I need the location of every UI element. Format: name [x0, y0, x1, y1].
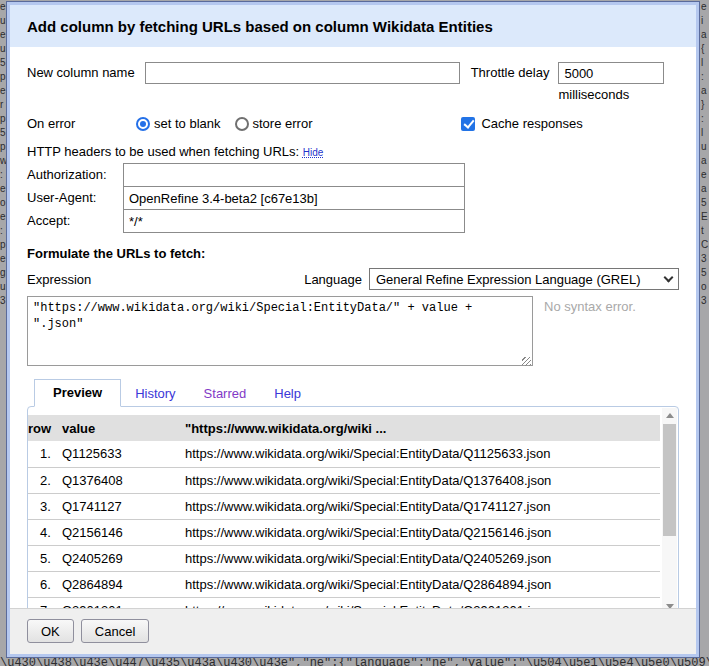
- authorization-label: Authorization:: [27, 167, 123, 182]
- tab-history[interactable]: History: [121, 381, 189, 406]
- authorization-row: Authorization:: [27, 163, 679, 186]
- cache-responses-group: Cache responses: [461, 116, 582, 131]
- hide-link[interactable]: Hide: [303, 147, 324, 158]
- scroll-down-icon[interactable]: [662, 599, 677, 608]
- backdrop-left-strip: e u e u 5 p e r p 5 p w : e o e : p e g …: [0, 0, 7, 666]
- dialog-body: New column name Throttle delay milliseco…: [10, 47, 696, 608]
- preview-row-url: https://www.wikidata.org/wiki/Special:En…: [185, 545, 660, 571]
- table-row: 1. Q1125633 https://www.wikidata.org/wik…: [28, 441, 660, 467]
- ok-button[interactable]: OK: [27, 619, 74, 643]
- preview-row-index: 4.: [28, 519, 62, 545]
- accept-label: Accept:: [27, 213, 123, 228]
- preview-row-url: https://www.wikidata.org/wiki/Special:En…: [185, 441, 660, 467]
- table-row: 5. Q2405269 https://www.wikidata.org/wik…: [28, 545, 660, 571]
- preview-row-index: 7.: [28, 597, 62, 608]
- add-column-fetch-urls-dialog: Add column by fetching URLs based on col…: [7, 2, 699, 657]
- preview-row-url: https://www.wikidata.org/wiki/Special:En…: [185, 571, 660, 597]
- new-column-name-label: New column name: [27, 62, 135, 84]
- http-headers-row: HTTP headers to be used when fetching UR…: [27, 144, 679, 159]
- preview-scrollbar[interactable]: [662, 408, 677, 608]
- preview-row-value: Q1741127: [62, 493, 185, 519]
- table-row: 7. Q2901301 https://www.wikidata.org/wik…: [28, 597, 660, 608]
- preview-row-url: https://www.wikidata.org/wiki/Special:En…: [185, 467, 660, 493]
- preview-row-index: 1.: [28, 441, 62, 467]
- preview-table-header-row: row value "https://www.wikidata.org/wiki…: [28, 415, 660, 441]
- preview-row-value: Q1125633: [62, 441, 185, 467]
- tab-bar: Preview History Starred Help: [27, 379, 679, 406]
- table-row: 6. Q2864894 https://www.wikidata.org/wik…: [28, 571, 660, 597]
- dialog-footer: OK Cancel: [10, 608, 696, 654]
- dialog-title: Add column by fetching URLs based on col…: [10, 5, 696, 47]
- set-to-blank-radio[interactable]: [136, 117, 150, 131]
- preview-row-url: https://www.wikidata.org/wiki/Special:En…: [185, 493, 660, 519]
- preview-row-index: 6.: [28, 571, 62, 597]
- backdrop-right-strip: e i a { l : a } : l u a e a 5 E t C 3 5 …: [701, 0, 709, 666]
- preview-row-value: Q2864894: [62, 571, 185, 597]
- on-error-label: On error: [27, 116, 136, 131]
- table-row: 2. Q1376408 https://www.wikidata.org/wik…: [28, 467, 660, 493]
- chevron-down-icon: [664, 272, 674, 282]
- col-header-url: "https://www.wikidata.org/wiki ...: [185, 415, 660, 441]
- preview-row-value: Q2901301: [62, 597, 185, 608]
- scrollbar-thumb[interactable]: [663, 424, 676, 536]
- expression-wrap: "https://www.wikidata.org/wiki/Special:E…: [27, 296, 533, 369]
- preview-panel: row value "https://www.wikidata.org/wiki…: [27, 406, 679, 608]
- syntax-status: No syntax error.: [544, 299, 636, 314]
- throttle-delay-unit: milliseconds: [558, 87, 664, 102]
- col-header-row: row: [28, 415, 62, 441]
- scroll-up-icon[interactable]: [662, 408, 677, 423]
- col-header-value: value: [62, 415, 185, 441]
- store-error-label[interactable]: store error: [253, 116, 313, 131]
- store-error-radio[interactable]: [235, 117, 249, 131]
- expression-area-row: "https://www.wikidata.org/wiki/Special:E…: [27, 296, 679, 369]
- preview-table-body: 1. Q1125633 https://www.wikidata.org/wik…: [28, 441, 660, 608]
- preview-row-value: Q1376408: [62, 467, 185, 493]
- language-select[interactable]: General Refine Expression Language (GREL…: [369, 268, 679, 290]
- name-throttle-row: New column name Throttle delay milliseco…: [27, 62, 679, 102]
- user-agent-label: User-Agent:: [27, 190, 123, 205]
- table-row: 3. Q1741127 https://www.wikidata.org/wik…: [28, 493, 660, 519]
- throttle-delay-label: Throttle delay: [471, 62, 550, 84]
- preview-table: row value "https://www.wikidata.org/wiki…: [28, 415, 660, 608]
- preview-row-index: 3.: [28, 493, 62, 519]
- expression-textarea[interactable]: "https://www.wikidata.org/wiki/Special:E…: [27, 296, 533, 366]
- http-headers-grid: Authorization: User-Agent: Accept:: [27, 163, 679, 232]
- table-row: 4. Q2156146 https://www.wikidata.org/wik…: [28, 519, 660, 545]
- tab-starred[interactable]: Starred: [190, 381, 261, 406]
- accept-input[interactable]: [123, 209, 465, 233]
- formulate-urls-label: Formulate the URLs to fetch:: [27, 246, 679, 261]
- preview-row-url: https://www.wikidata.org/wiki/Special:En…: [185, 519, 660, 545]
- tab-help[interactable]: Help: [260, 381, 315, 406]
- preview-row-url: https://www.wikidata.org/wiki/Special:En…: [185, 597, 660, 608]
- expression-label: Expression: [27, 272, 91, 287]
- set-to-blank-label[interactable]: set to blank: [154, 116, 221, 131]
- backdrop-bottom-text: \u430\u438\u43e\u447\u435\u43a\u430\u43e…: [0, 657, 709, 666]
- language-label: Language: [304, 272, 362, 287]
- throttle-delay-group: milliseconds: [558, 62, 664, 102]
- user-agent-input[interactable]: [123, 186, 465, 210]
- accept-row: Accept:: [27, 209, 679, 232]
- authorization-input[interactable]: [123, 163, 465, 187]
- cancel-button[interactable]: Cancel: [81, 619, 149, 643]
- preview-row-value: Q2405269: [62, 545, 185, 571]
- new-column-name-input[interactable]: [145, 62, 460, 84]
- tab-preview[interactable]: Preview: [34, 379, 121, 407]
- expression-language-row: Expression Language General Refine Expre…: [27, 268, 679, 290]
- user-agent-row: User-Agent:: [27, 186, 679, 209]
- preview-row-value: Q2156146: [62, 519, 185, 545]
- throttle-delay-input[interactable]: [558, 62, 664, 84]
- cache-responses-label[interactable]: Cache responses: [481, 116, 582, 131]
- preview-row-index: 5.: [28, 545, 62, 571]
- language-select-value: General Refine Expression Language (GREL…: [376, 272, 665, 287]
- preview-row-index: 2.: [28, 467, 62, 493]
- on-error-row: On error set to blank store error Cache …: [27, 115, 679, 132]
- http-headers-label: HTTP headers to be used when fetching UR…: [27, 144, 299, 159]
- cache-responses-checkbox[interactable]: [461, 117, 475, 131]
